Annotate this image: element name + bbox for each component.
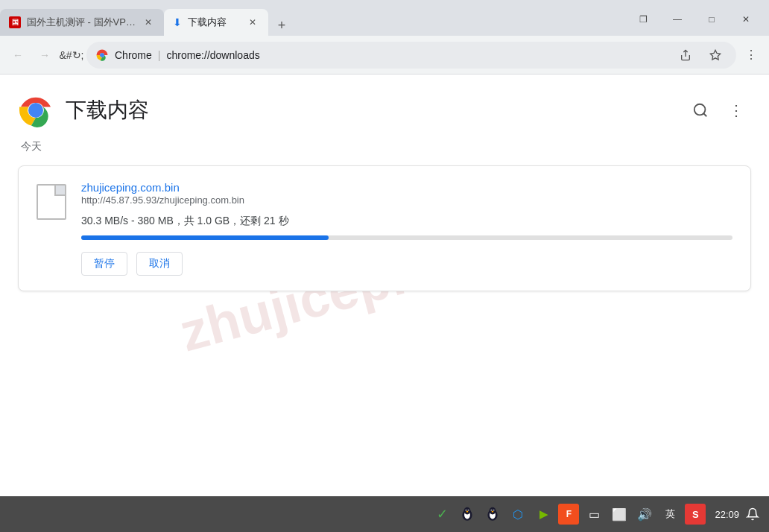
download-filename[interactable]: zhujiceping.com.bin xyxy=(81,181,180,194)
lang-icon[interactable]: 英 xyxy=(659,504,680,525)
address-separator: | xyxy=(158,49,161,61)
toolbar: ← → &#↻; Chrome | chrome://downloads xyxy=(0,36,769,75)
svg-point-21 xyxy=(494,510,495,510)
svg-point-20 xyxy=(491,510,492,510)
tab-favicon-2: ⬇ xyxy=(173,16,182,28)
volume-icon[interactable]: 🔊 xyxy=(634,504,655,525)
pause-button[interactable]: 暂停 xyxy=(81,252,127,276)
file-icon-area xyxy=(37,181,66,276)
svg-point-22 xyxy=(492,511,494,513)
tab-favicon-1: 国 xyxy=(9,16,21,28)
page-header: 下载内容 ⋮ xyxy=(0,75,769,140)
address-bar[interactable]: Chrome | chrome://downloads xyxy=(86,42,736,69)
download-progress-text: 30.3 MB/s - 380 MB，共 1.0 GB，还剩 21 秒 xyxy=(81,215,732,228)
tab-bar: 国 国外主机测评 - 国外VPS， ✕ ⬇ 下载内容 ✕ + ❐ — □ ✕ xyxy=(0,0,769,36)
svg-point-14 xyxy=(466,511,469,513)
download-url: http://45.87.95.93/zhujiceping.com.bin xyxy=(81,194,732,206)
chrome-logo-large xyxy=(18,92,54,128)
tab-label-1: 国外主机测评 - 国外VPS， xyxy=(27,16,136,29)
browser-window: 国 国外主机测评 - 国外VPS， ✕ ⬇ 下载内容 ✕ + ❐ — □ ✕ ←… xyxy=(0,0,769,532)
page-content: zhujiceping.com 下载内容 xyxy=(0,75,769,496)
tab-label-2: 下载内容 xyxy=(188,16,240,29)
penguin-icon[interactable] xyxy=(457,504,478,525)
chrome-icon-address xyxy=(95,48,109,62)
svg-point-17 xyxy=(490,507,496,515)
nvidia-icon[interactable]: ▶ xyxy=(533,504,554,525)
penguin2-icon[interactable] xyxy=(482,504,503,525)
taskbar-icons: ✓ xyxy=(431,504,706,525)
more-actions-button[interactable]: ⋮ xyxy=(721,95,751,125)
window-controls: ❐ — □ ✕ xyxy=(626,7,769,36)
taskbar: ✓ xyxy=(0,496,769,532)
downloads-section: 今天 zhujiceping.com.bin http://45.87.95.9… xyxy=(0,140,769,291)
display-icon[interactable]: ▭ xyxy=(583,504,604,525)
share-button[interactable] xyxy=(674,43,697,67)
forward-button[interactable]: → xyxy=(33,43,57,67)
address-browser-name: Chrome xyxy=(115,49,152,61)
restore-button[interactable]: ❐ xyxy=(626,7,660,31)
check-icon[interactable]: ✓ xyxy=(431,504,452,525)
notification-button[interactable] xyxy=(742,504,763,525)
toolbar-right: ⋮ xyxy=(739,43,763,67)
page-title-area: 下载内容 xyxy=(18,92,149,128)
svg-point-0 xyxy=(100,53,104,57)
close-button[interactable]: ✕ xyxy=(729,7,763,31)
progress-bar-fill xyxy=(81,235,329,240)
file-icon xyxy=(37,184,66,220)
figma-icon[interactable]: F xyxy=(558,504,579,525)
back-button[interactable]: ← xyxy=(6,43,30,67)
page-actions: ⋮ xyxy=(686,95,751,125)
svg-point-12 xyxy=(466,510,466,510)
maximize-button[interactable]: □ xyxy=(694,7,729,31)
bluetooth-icon[interactable]: ⬡ xyxy=(507,504,528,525)
tab-active[interactable]: ⬇ 下载内容 ✕ xyxy=(164,9,268,36)
download-info: zhujiceping.com.bin http://45.87.95.93/z… xyxy=(81,181,732,276)
download-actions: 暂停 取消 xyxy=(81,252,732,276)
svg-point-9 xyxy=(464,507,471,515)
section-date: 今天 xyxy=(18,140,751,153)
tab-close-1[interactable]: ✕ xyxy=(142,16,155,29)
cancel-button[interactable]: 取消 xyxy=(136,252,183,276)
svg-point-4 xyxy=(31,105,41,115)
bookmark-button[interactable] xyxy=(703,43,727,67)
svg-point-13 xyxy=(469,510,469,510)
progress-bar-container xyxy=(81,235,732,240)
taskbar-time: 22:09 xyxy=(715,509,739,520)
screen-icon[interactable]: ⬜ xyxy=(609,504,630,525)
tab-inactive[interactable]: 国 国外主机测评 - 国外VPS， ✕ xyxy=(0,9,164,36)
tab-close-2[interactable]: ✕ xyxy=(246,16,259,29)
minimize-button[interactable]: — xyxy=(660,7,694,31)
svg-marker-2 xyxy=(710,50,720,60)
address-url: chrome://downloads xyxy=(166,49,668,61)
svg-line-6 xyxy=(703,113,706,116)
chrome-menu-button[interactable]: ⋮ xyxy=(739,43,763,67)
reload-button[interactable]: &#↻; xyxy=(60,43,83,67)
sougou-icon[interactable]: S xyxy=(685,504,706,525)
download-card: zhujiceping.com.bin http://45.87.95.93/z… xyxy=(18,165,751,291)
search-button[interactable] xyxy=(686,95,715,125)
svg-point-5 xyxy=(694,104,706,115)
page-title: 下载内容 xyxy=(66,96,149,124)
new-tab-button[interactable]: + xyxy=(271,15,292,36)
